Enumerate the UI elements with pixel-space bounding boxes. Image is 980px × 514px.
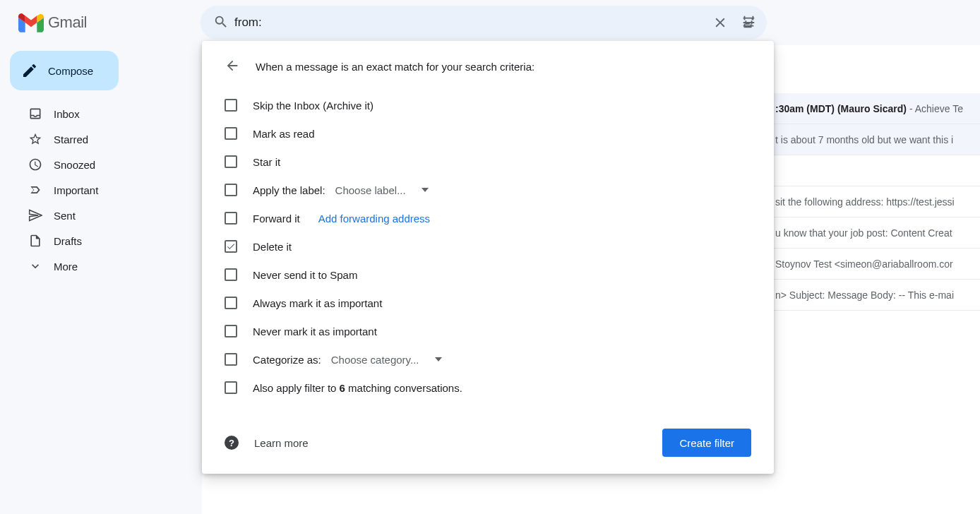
checkbox[interactable]: [225, 240, 237, 253]
option-skip-inbox[interactable]: Skip the Inbox (Archive it): [225, 91, 751, 119]
checkbox[interactable]: [225, 297, 237, 309]
checkbox[interactable]: [225, 99, 237, 112]
compose-label: Compose: [48, 65, 93, 77]
choose-category-dropdown[interactable]: Choose category...: [328, 352, 445, 367]
clear-search-icon[interactable]: [706, 8, 734, 37]
option-label: Star it: [253, 156, 280, 168]
sidebar-item-snoozed[interactable]: Snoozed: [10, 153, 175, 177]
sidebar-item-drafts[interactable]: Drafts: [10, 229, 175, 253]
option-delete-it[interactable]: Delete it: [225, 232, 751, 261]
option-label: Skip the Inbox (Archive it): [253, 100, 374, 112]
create-filter-button[interactable]: Create filter: [662, 429, 751, 457]
inbox-icon: [28, 107, 42, 121]
nav-label: Inbox: [54, 108, 80, 120]
option-apply-also[interactable]: Also apply filter to 6 matching conversa…: [225, 373, 751, 402]
option-label: Never mark it as important: [253, 325, 377, 337]
option-label: Delete it: [253, 241, 292, 253]
checkbox[interactable]: [225, 353, 237, 366]
add-forwarding-link[interactable]: Add forwarding address: [318, 213, 430, 225]
option-categorize[interactable]: Categorize as: Choose category...: [225, 345, 751, 373]
important-icon: [28, 183, 42, 197]
option-mark-read[interactable]: Mark as read: [225, 119, 751, 148]
option-never-important[interactable]: Never mark it as important: [225, 317, 751, 345]
choose-label-dropdown[interactable]: Choose label...: [333, 183, 431, 198]
dropdown-arrow-icon: [422, 186, 429, 193]
panel-heading: When a message is an exact match for you…: [256, 61, 534, 73]
option-label: Also apply filter to 6 matching conversa…: [253, 382, 462, 394]
send-icon: [28, 208, 42, 222]
create-filter-panel: When a message is an exact match for you…: [202, 41, 774, 474]
option-always-important[interactable]: Always mark it as important: [225, 289, 751, 317]
checkbox[interactable]: [225, 381, 237, 394]
clock-icon: [28, 157, 42, 172]
option-label: Never send it to Spam: [253, 269, 357, 281]
product-name: Gmail: [48, 13, 87, 32]
nav-label: Sent: [54, 210, 76, 222]
nav-label: Snoozed: [54, 159, 95, 171]
compose-button[interactable]: Compose: [10, 51, 119, 90]
checkbox[interactable]: [225, 155, 237, 168]
sidebar: Compose Inbox Starred Snoozed Important …: [0, 45, 182, 514]
sidebar-item-important[interactable]: Important: [10, 178, 175, 202]
option-label: Forward it: [253, 213, 300, 225]
search-bar[interactable]: [201, 6, 767, 40]
option-label: Apply the label:: [253, 184, 325, 196]
sidebar-item-sent[interactable]: Sent: [10, 203, 175, 227]
option-star-it[interactable]: Star it: [225, 148, 751, 176]
nav-label: More: [54, 261, 78, 273]
checkbox[interactable]: [225, 184, 237, 196]
learn-more-link[interactable]: Learn more: [254, 437, 309, 449]
checkbox[interactable]: [225, 268, 237, 281]
expand-icon: [28, 259, 42, 273]
gmail-logo-icon: [18, 13, 44, 32]
app-header: Gmail: [0, 0, 980, 45]
nav-label: Important: [54, 184, 98, 196]
nav-label: Starred: [54, 133, 88, 145]
search-input[interactable]: [234, 16, 706, 30]
checkbox[interactable]: [225, 325, 237, 337]
back-arrow-icon[interactable]: [225, 58, 240, 76]
search-options-icon[interactable]: [734, 8, 763, 37]
option-label: Always mark it as important: [253, 297, 382, 309]
option-never-spam[interactable]: Never send it to Spam: [225, 261, 751, 289]
sidebar-item-more[interactable]: More: [10, 254, 175, 278]
checkbox[interactable]: [225, 212, 237, 225]
option-label: Categorize as:: [253, 354, 321, 366]
option-forward-it[interactable]: Forward it Add forwarding address: [225, 204, 751, 232]
pencil-icon: [21, 62, 38, 79]
checkbox[interactable]: [225, 127, 237, 140]
star-icon: [28, 132, 42, 146]
sidebar-item-inbox[interactable]: Inbox: [10, 102, 175, 126]
sidebar-item-starred[interactable]: Starred: [10, 127, 175, 151]
search-icon[interactable]: [213, 14, 234, 32]
help-icon[interactable]: ?: [225, 436, 239, 450]
dropdown-arrow-icon: [435, 356, 442, 363]
option-label: Mark as read: [253, 128, 315, 140]
option-apply-label[interactable]: Apply the label: Choose label...: [225, 176, 751, 204]
nav-label: Drafts: [54, 235, 82, 247]
draft-icon: [28, 234, 42, 248]
logo[interactable]: Gmail: [18, 13, 201, 32]
